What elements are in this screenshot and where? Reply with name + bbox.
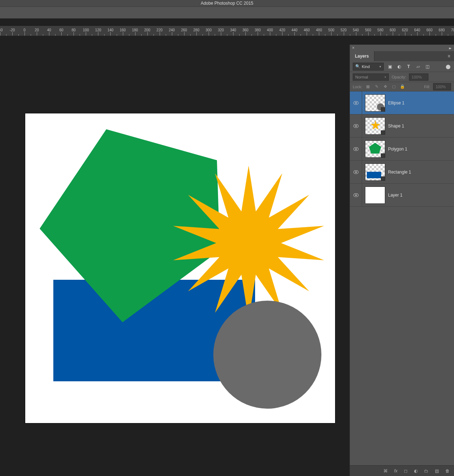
lock-row: Lock: ▦ ✎ ✥ ▢ 🔒 Fill: 100% (350, 82, 454, 91)
shape-badge-icon (381, 153, 385, 158)
visibility-toggle[interactable] (350, 161, 362, 183)
ruler-tick-label: 80 (72, 28, 76, 32)
shape-badge-icon (381, 107, 385, 112)
tab-layers[interactable]: Layers (350, 51, 374, 61)
ruler-tick-label: 0 (23, 28, 26, 32)
visibility-toggle[interactable] (350, 114, 362, 137)
visibility-toggle[interactable] (350, 184, 362, 206)
ruler-tick-label: 480 (316, 28, 322, 32)
adjustment-icon[interactable]: ◐ (414, 468, 418, 473)
ruler-tick-label: 200 (144, 28, 150, 32)
layer-thumbnail[interactable] (365, 187, 385, 204)
ruler-tick-label: 340 (230, 28, 236, 32)
ruler-tick-label: 420 (279, 28, 285, 32)
fill-value[interactable]: 100% (433, 83, 451, 90)
ruler-tick-label: 460 (304, 28, 310, 32)
layer-thumbnail[interactable] (365, 94, 385, 112)
layer-thumbnail[interactable] (365, 163, 385, 181)
layer-name[interactable]: Layer 1 (388, 193, 402, 198)
ruler-tick-label: 660 (427, 28, 433, 32)
shape-badge-icon (381, 176, 385, 181)
fill-label: Fill: (424, 85, 430, 89)
ruler-tick-label: 260 (181, 28, 187, 32)
close-icon[interactable]: × (350, 45, 357, 50)
layer-name[interactable]: Polygon 1 (388, 147, 407, 152)
visibility-toggle[interactable] (350, 138, 362, 160)
app-title-bar: Adobe Photoshop CC 2015 (0, 0, 454, 6)
opacity-label: Opacity: (392, 75, 406, 79)
layer-name[interactable]: Rectangle 1 (388, 170, 411, 175)
layers-list: Ellipse 1Shape 1Polygon 1Rectangle 1Laye… (350, 91, 454, 465)
smart-filter-icon[interactable]: ◫ (424, 63, 431, 70)
layer-thumbnail[interactable] (365, 117, 385, 135)
eye-icon (353, 193, 359, 197)
ruler-tick-label: 60 (59, 28, 63, 32)
lock-transparent-icon[interactable]: ▦ (365, 84, 371, 89)
opacity-value[interactable]: 100% (409, 73, 428, 81)
layer-row-rectangle[interactable]: Rectangle 1 (350, 161, 454, 184)
ruler-tick-label: 320 (218, 28, 224, 32)
new-icon[interactable]: ▤ (435, 468, 439, 473)
filter-toggle-icon[interactable]: ⬤ (445, 63, 451, 70)
image-filter-icon[interactable]: ▣ (387, 63, 393, 70)
ruler-tick-label: 180 (132, 28, 138, 32)
layer-filter-row: 🔍 Kind ▣ ◐ T ▱ ◫ ⬤ (350, 61, 454, 72)
visibility-toggle[interactable] (350, 91, 362, 114)
ruler-tick-label: 680 (439, 28, 445, 32)
ruler-tick-label: 400 (267, 28, 273, 32)
layer-row-ellipse[interactable]: Ellipse 1 (350, 91, 454, 114)
ruler-tick-label: 380 (255, 28, 261, 32)
lock-position-icon[interactable]: ✥ (382, 84, 388, 89)
panel-tabs: Layers ≡ (350, 51, 454, 61)
lock-all-icon[interactable]: 🔒 (400, 84, 405, 89)
layer-row-blank[interactable]: Layer 1 (350, 184, 454, 207)
group-icon[interactable]: 🗀 (424, 468, 428, 473)
shape-ellipse (213, 301, 321, 409)
adjust-filter-icon[interactable]: ◐ (396, 63, 402, 70)
ruler-tick-label: 100 (83, 28, 89, 32)
app-title: Adobe Photoshop CC 2015 (201, 1, 253, 6)
lock-label: Lock: (353, 85, 362, 89)
lock-paint-icon[interactable]: ✎ (374, 84, 379, 89)
ruler-tick-label: 240 (169, 28, 175, 32)
collapse-icon[interactable]: ▸▸ (449, 46, 454, 50)
document-canvas[interactable] (25, 113, 335, 423)
search-icon: 🔍 (355, 64, 360, 69)
ruler-tick-label: 140 (107, 28, 114, 32)
type-filter-icon[interactable]: T (405, 63, 412, 70)
ruler-tick-label: 440 (291, 28, 298, 32)
ruler-tick-label: 40 (47, 28, 51, 32)
mask-icon[interactable]: ◻ (404, 468, 408, 473)
layer-row-starburst[interactable]: Shape 1 (350, 114, 454, 138)
shape-badge-icon (381, 130, 385, 135)
layers-panel: × ▸▸ Layers ≡ 🔍 Kind ▣ ◐ T ▱ ◫ ⬤ Normal … (350, 45, 454, 476)
ruler-tick-label: 600 (390, 28, 396, 32)
ruler-tick-label: 580 (377, 28, 383, 32)
ruler-tick-label: 280 (193, 28, 200, 32)
ruler-tick-label: 500 (328, 28, 334, 32)
panel-menu-icon[interactable]: ≡ (444, 51, 454, 61)
delete-icon[interactable]: 🗑 (445, 468, 450, 473)
shape-filter-icon[interactable]: ▱ (415, 63, 421, 70)
ruler-tick-label: 300 (206, 28, 212, 32)
link-icon[interactable]: ⌘ (383, 468, 388, 473)
eye-icon (353, 124, 359, 128)
horizontal-ruler: -40-200204060801001201401601802002202402… (0, 26, 454, 36)
layer-row-polygon[interactable]: Polygon 1 (350, 138, 454, 161)
lock-artboard-icon[interactable]: ▢ (391, 84, 397, 89)
ruler-tick-label: 520 (340, 28, 347, 32)
eye-icon (353, 147, 359, 151)
blend-mode-select[interactable]: Normal (353, 73, 389, 81)
ruler-tick-label: 540 (353, 28, 359, 32)
layer-name[interactable]: Shape 1 (388, 124, 404, 129)
eye-icon (353, 101, 359, 105)
ruler-tick-label: 560 (365, 28, 371, 32)
blend-row: Normal Opacity: 100% (350, 72, 454, 82)
layer-thumbnail[interactable] (365, 140, 385, 158)
fx-icon[interactable]: fx (394, 468, 397, 473)
layer-name[interactable]: Ellipse 1 (388, 100, 404, 105)
ruler-tick-label: 220 (156, 28, 163, 32)
ruler-tick-label: 20 (35, 28, 39, 32)
filter-kind-select[interactable]: 🔍 Kind (353, 63, 384, 71)
ruler-tick-label: 120 (95, 28, 101, 32)
